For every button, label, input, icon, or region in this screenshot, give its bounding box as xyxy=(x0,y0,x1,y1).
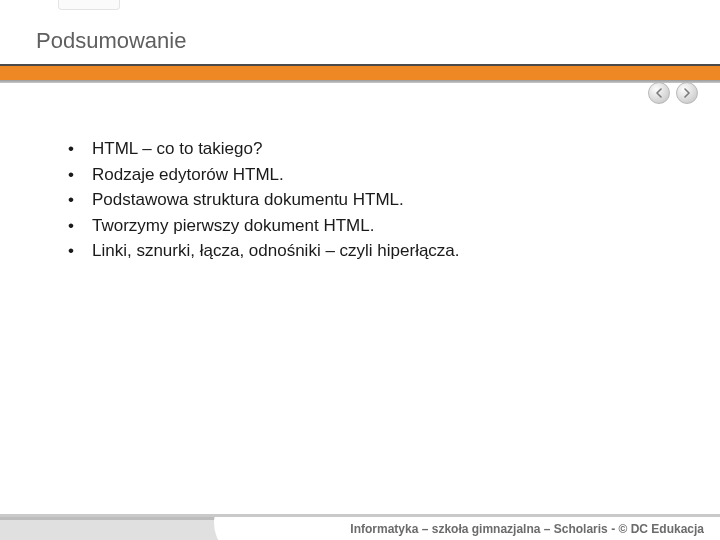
bullet-dot: • xyxy=(60,238,92,264)
bullet-dot: • xyxy=(60,187,92,213)
header-divider-gray xyxy=(0,80,720,83)
prev-button[interactable] xyxy=(648,82,670,104)
page-title: Podsumowanie xyxy=(36,28,186,54)
footer-curve-decor xyxy=(0,517,250,540)
slide: Podsumowanie •HTML – co to takiego? •Rod… xyxy=(0,0,720,540)
nav-buttons xyxy=(648,82,698,104)
list-item-text: Linki, sznurki, łącza, odnośniki – czyli… xyxy=(92,238,460,264)
next-button[interactable] xyxy=(676,82,698,104)
list-item: •Tworzymy pierwszy dokument HTML. xyxy=(60,213,680,239)
list-item: •Podstawowa struktura dokumentu HTML. xyxy=(60,187,680,213)
list-item-text: Podstawowa struktura dokumentu HTML. xyxy=(92,187,404,213)
list-item-text: HTML – co to takiego? xyxy=(92,136,262,162)
bullet-dot: • xyxy=(60,136,92,162)
bullet-list: •HTML – co to takiego? •Rodzaje edytorów… xyxy=(60,136,680,264)
list-item: •Rodzaje edytorów HTML. xyxy=(60,162,680,188)
bullet-dot: • xyxy=(60,162,92,188)
list-item: •HTML – co to takiego? xyxy=(60,136,680,162)
footer-text: Informatyka – szkoła gimnazjalna – Schol… xyxy=(350,522,704,536)
list-item-text: Rodzaje edytorów HTML. xyxy=(92,162,284,188)
top-tab-decor xyxy=(58,0,120,10)
chevron-right-icon xyxy=(683,88,691,98)
chevron-left-icon xyxy=(655,88,663,98)
bullet-dot: • xyxy=(60,213,92,239)
list-item: •Linki, sznurki, łącza, odnośniki – czyl… xyxy=(60,238,680,264)
content-area: •HTML – co to takiego? •Rodzaje edytorów… xyxy=(60,136,680,264)
list-item-text: Tworzymy pierwszy dokument HTML. xyxy=(92,213,374,239)
header-divider-orange xyxy=(0,64,720,80)
